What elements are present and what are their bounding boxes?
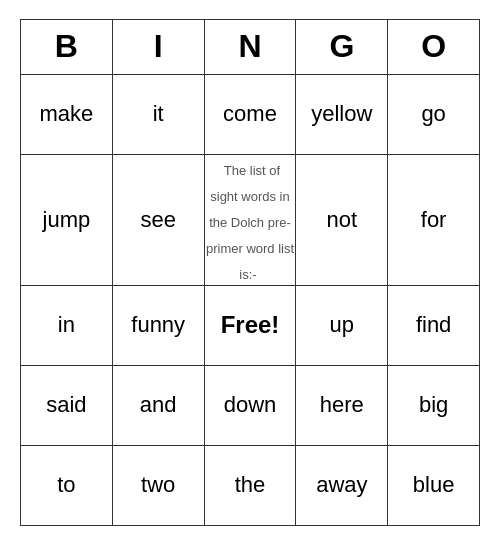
header-i: I	[112, 19, 204, 74]
cell-r1-c4: for	[388, 154, 480, 285]
free-space: Free!	[221, 311, 280, 338]
cell-r0-c1: it	[112, 74, 204, 154]
cell-r2-c4: find	[388, 285, 480, 365]
cell-r4-c4: blue	[388, 445, 480, 525]
cell-r4-c2: the	[204, 445, 296, 525]
cell-r1-c2: The list of sight words in the Dolch pre…	[204, 154, 296, 285]
cell-r3-c0: said	[21, 365, 113, 445]
cell-r0-c4: go	[388, 74, 480, 154]
cell-r3-c1: and	[112, 365, 204, 445]
header-n: N	[204, 19, 296, 74]
cell-r2-c0: in	[21, 285, 113, 365]
cell-r3-c3: here	[296, 365, 388, 445]
cell-r0-c2: come	[204, 74, 296, 154]
cell-r1-c0: jump	[21, 154, 113, 285]
bingo-table: B I N G O makeitcomeyellowgojumpseeThe l…	[20, 19, 480, 526]
header-g: G	[296, 19, 388, 74]
cell-r1-c3: not	[296, 154, 388, 285]
cell-r2-c1: funny	[112, 285, 204, 365]
cell-r4-c0: to	[21, 445, 113, 525]
header-b: B	[21, 19, 113, 74]
cell-r3-c4: big	[388, 365, 480, 445]
cell-r3-c2: down	[204, 365, 296, 445]
header-o: O	[388, 19, 480, 74]
cell-r2-c3: up	[296, 285, 388, 365]
cell-r2-c2: Free!	[204, 285, 296, 365]
cell-r1-c1: see	[112, 154, 204, 285]
cell-r0-c3: yellow	[296, 74, 388, 154]
cell-r4-c3: away	[296, 445, 388, 525]
center-description: The list of sight words in the Dolch pre…	[206, 159, 294, 286]
cell-r4-c1: two	[112, 445, 204, 525]
cell-r0-c0: make	[21, 74, 113, 154]
